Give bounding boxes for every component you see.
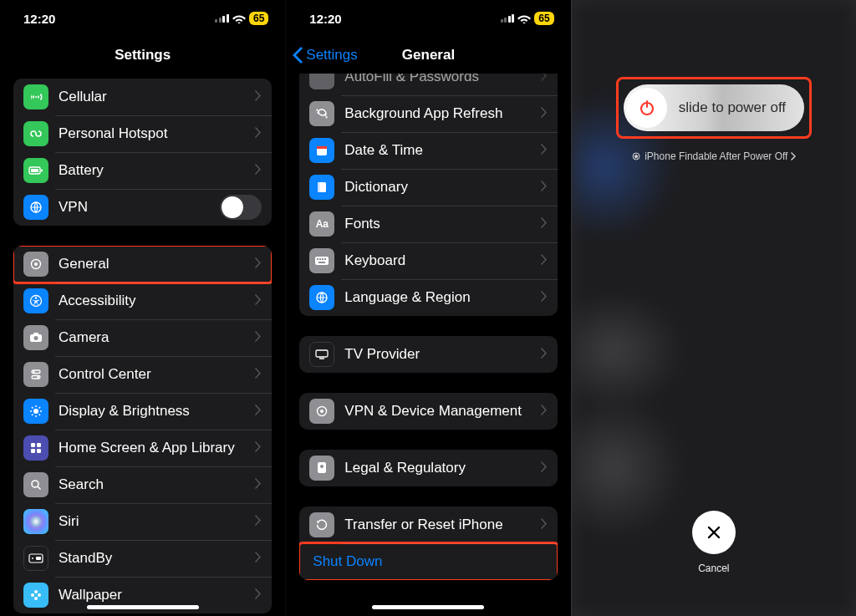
row-label: StandBy	[59, 550, 255, 567]
find-my-icon	[631, 151, 641, 161]
svg-rect-32	[318, 182, 320, 192]
back-button[interactable]: Settings	[293, 47, 357, 64]
slide-to-power-off[interactable]: slide to power off	[624, 84, 804, 131]
row-keyboard[interactable]: Keyboard	[299, 242, 557, 279]
svg-point-26	[31, 593, 34, 597]
svg-point-7	[35, 297, 37, 298]
row-general[interactable]: General	[13, 246, 272, 283]
row-tv-provider[interactable]: TV Provider	[299, 336, 557, 373]
gear-icon	[309, 399, 334, 424]
svg-point-10	[34, 336, 38, 340]
power-off-panel: slide to power off iPhone Findable After…	[571, 0, 856, 616]
row-label: Accessibility	[59, 293, 255, 309]
svg-point-22	[32, 557, 33, 559]
chevron-right-icon	[255, 126, 262, 141]
svg-point-20	[32, 481, 38, 487]
row-label: Fonts	[344, 216, 540, 232]
signal-icon	[501, 14, 515, 23]
row-label: Language & Region	[344, 289, 540, 306]
row-label: Search	[59, 476, 255, 493]
row-label: VPN	[59, 199, 220, 216]
row-search[interactable]: Search	[13, 466, 272, 503]
row-vpn-device-mgmt[interactable]: VPN & Device Management	[299, 393, 557, 430]
chevron-right-icon	[255, 330, 262, 345]
row-fonts[interactable]: Aa Fonts	[299, 206, 557, 242]
battery-indicator: 65	[534, 12, 553, 25]
row-label: General	[59, 256, 255, 272]
row-camera[interactable]: Camera	[13, 319, 272, 356]
row-control-center[interactable]: Control Center	[13, 356, 272, 393]
row-label: Shut Down	[313, 553, 547, 570]
search-icon	[23, 472, 48, 497]
svg-rect-9	[33, 333, 38, 335]
general-group-legal: Legal & Regulatory	[299, 450, 557, 486]
general-group-reset: Transfer or Reset iPhone Shut Down	[299, 507, 557, 580]
row-transfer-reset[interactable]: Transfer or Reset iPhone	[299, 507, 557, 543]
row-shut-down[interactable]: Shut Down	[299, 543, 557, 580]
svg-rect-19	[37, 449, 41, 453]
settings-general-panel: 12:20 65 Settings General AutoFill & Pas…	[285, 0, 570, 616]
row-label: Background App Refresh	[344, 105, 540, 122]
row-label: Legal & Regulatory	[344, 460, 540, 476]
settings-list[interactable]: Cellular Personal Hotspot Battery VPN	[0, 74, 285, 616]
svg-point-12	[33, 371, 34, 373]
svg-rect-23	[36, 557, 41, 560]
cancel-button[interactable]	[692, 511, 736, 554]
cert-icon	[309, 456, 334, 481]
row-date-time[interactable]: Date & Time	[299, 132, 557, 169]
row-personal-hotspot[interactable]: Personal Hotspot	[13, 115, 272, 152]
power-knob[interactable]	[627, 88, 667, 128]
svg-rect-38	[318, 262, 325, 263]
home-indicator[interactable]	[372, 605, 484, 609]
svg-rect-2	[41, 170, 43, 172]
settings-root-panel: 12:20 65 Settings Cellular Personal Hots…	[0, 0, 285, 616]
cancel-label: Cancel	[692, 563, 736, 574]
camera-icon	[23, 325, 48, 350]
status-bar: 12:20 65	[0, 0, 285, 37]
row-autofill-passwords[interactable]: AutoFill & Passwords	[299, 74, 557, 95]
hotspot-icon	[23, 121, 48, 146]
row-accessibility[interactable]: Accessibility	[13, 283, 272, 319]
row-label: Date & Time	[344, 142, 540, 159]
book-icon	[309, 175, 334, 200]
svg-rect-40	[316, 350, 328, 357]
vpn-toggle[interactable]	[220, 195, 262, 220]
chevron-right-icon	[541, 216, 548, 232]
row-cellular[interactable]: Cellular	[13, 79, 272, 115]
row-siri[interactable]: Siri	[13, 503, 272, 540]
home-indicator[interactable]	[87, 605, 199, 609]
row-label: Personal Hotspot	[59, 125, 255, 142]
svg-rect-37	[324, 258, 326, 260]
row-display-brightness[interactable]: Display & Brightness	[13, 393, 272, 430]
row-battery[interactable]: Battery	[13, 152, 272, 189]
chevron-right-icon	[255, 514, 262, 529]
keyboard-icon	[309, 248, 334, 273]
row-label: Home Screen & App Library	[59, 440, 255, 456]
close-icon	[706, 524, 722, 541]
globe-icon	[23, 195, 48, 220]
row-label: Transfer or Reset iPhone	[344, 517, 540, 533]
row-background-refresh[interactable]: Background App Refresh	[299, 95, 557, 132]
general-group-a: AutoFill & Passwords Background App Refr…	[299, 74, 557, 316]
settings-group-connectivity: Cellular Personal Hotspot Battery VPN	[13, 79, 272, 226]
row-language-region[interactable]: Language & Region	[299, 279, 557, 316]
findable-after-poweroff[interactable]: iPhone Findable After Power Off	[616, 150, 812, 162]
chevron-right-icon	[541, 517, 548, 532]
svg-point-27	[38, 593, 41, 597]
chevron-right-icon	[541, 253, 548, 268]
general-list[interactable]: AutoFill & Passwords Background App Refr…	[286, 74, 570, 616]
fonts-icon: Aa	[309, 211, 334, 237]
row-home-screen[interactable]: Home Screen & App Library	[13, 430, 272, 466]
row-standby[interactable]: StandBy	[13, 540, 272, 577]
wifi-icon	[517, 13, 531, 23]
row-dictionary[interactable]: Dictionary	[299, 169, 557, 206]
svg-point-24	[34, 590, 38, 593]
row-label: Control Center	[59, 366, 255, 383]
row-vpn[interactable]: VPN	[13, 189, 272, 226]
row-legal-regulatory[interactable]: Legal & Regulatory	[299, 450, 557, 486]
svg-rect-18	[31, 449, 35, 453]
svg-rect-30	[317, 146, 327, 149]
row-label: Battery	[59, 162, 255, 179]
calendar-icon	[309, 138, 334, 163]
standby-icon	[23, 546, 48, 571]
